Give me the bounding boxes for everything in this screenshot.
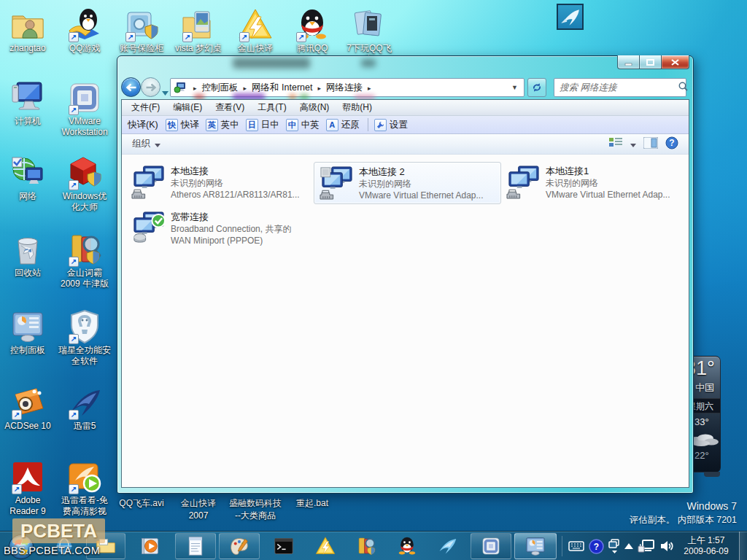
help-button[interactable]: ? (665, 136, 678, 152)
menu-item-1[interactable]: 文件(F) (125, 101, 166, 114)
desktop-icon-17[interactable]: ↗迅雷5 (55, 385, 114, 432)
desktop-icon-10[interactable]: 网络 (0, 155, 57, 202)
covered-desktop-icon-label[interactable]: 金山快译 2007 (169, 497, 228, 522)
breadcrumb-separator: ▸ (239, 85, 252, 92)
breadcrumb-item-1[interactable]: 控制面板 (202, 82, 239, 93)
desktop-icon-14[interactable]: 控制面板 (0, 309, 57, 356)
preview-pane-button[interactable] (643, 137, 658, 151)
network-connection-item-4[interactable]: 宽带连接Broadband Connection, 共享的WAN Minipor… (126, 208, 314, 250)
desktop-icon-11[interactable]: ↗Windows优 化大师 (55, 155, 114, 213)
taskbar-button-wmp[interactable] (130, 533, 171, 559)
desktop-icon-2[interactable]: ↗QQ游戏 (55, 7, 114, 54)
kingsoft-button-2[interactable]: 英英中 (206, 119, 239, 131)
search-input[interactable] (554, 82, 678, 93)
taskbar-clock[interactable]: 上午 1:57 2009-06-09 (680, 535, 732, 557)
maximize-button[interactable] (640, 55, 662, 69)
address-bar[interactable]: ▸控制面板▸网络和 Internet▸网络连接▸ ▼ (170, 78, 525, 97)
input-method-icon[interactable] (568, 541, 584, 551)
desktop-icon-6[interactable]: ↗腾讯QQ (283, 7, 341, 54)
desktop-icon-8[interactable]: 计算机 (0, 80, 57, 127)
network-connection-item-1[interactable]: 本地连接未识别的网络Atheros AR8121/AR8113/AR81... (126, 162, 314, 204)
desktop-icon-label: 腾讯QQ (283, 43, 341, 54)
desktop-icon-9[interactable]: ↗VMware Workstation (55, 80, 114, 138)
chevron-down-icon (155, 139, 160, 149)
ciba-icon: ↗ (67, 232, 102, 267)
menu-item-3[interactable]: 查看(V) (209, 101, 251, 114)
desktop-icon-13[interactable]: ↗金山词霸 2009 牛津版 (55, 232, 114, 289)
kingsoft-menu[interactable]: 快译(K) (122, 119, 166, 131)
desktop-icon-label: VMware Workstation (55, 116, 114, 138)
vistafolder-icon: ↗ (181, 7, 216, 42)
menu-item-5[interactable]: 高级(N) (293, 101, 336, 114)
kingsoft-button-4[interactable]: 中中英 (286, 119, 320, 131)
taskbar-button-cpanel[interactable] (514, 533, 557, 559)
taskbar-button-ciba[interactable] (348, 533, 384, 559)
forward-button[interactable] (141, 77, 160, 97)
desktop-icon-1[interactable]: zhangtao (0, 7, 57, 54)
taskbar-button-thunder[interactable] (429, 533, 465, 559)
connection-device: VMware Virtual Ethernet Adap... (359, 190, 484, 201)
covered-desktop-icon-label[interactable]: 重起.bat (282, 497, 342, 510)
volume-icon[interactable] (659, 540, 674, 553)
desktop-icon-label: 账号保险柜 (112, 43, 171, 54)
kingsoft-button-3[interactable]: 日日中 (246, 119, 279, 131)
taskbar-button-vmware[interactable] (471, 533, 511, 559)
back-button[interactable] (121, 77, 141, 97)
network-tray-icon[interactable] (638, 539, 655, 553)
desktop-icon-3[interactable]: ↗账号保险柜 (112, 7, 171, 54)
taskbar-button-paint[interactable] (219, 533, 260, 559)
taskbar-button-qq[interactable] (389, 533, 425, 559)
taskbar-button-fastait[interactable] (307, 533, 344, 559)
search-icon[interactable] (678, 81, 693, 94)
recent-pages-dropdown[interactable] (162, 85, 169, 98)
breadcrumb-item-3[interactable]: 网络连接 (326, 82, 363, 93)
network-connection-item-3[interactable]: 本地连接1未识别的网络VMware Virtual Ethernet Adap.… (501, 162, 689, 204)
desktop-icon-16[interactable]: ↗ACDSee 10 (0, 385, 57, 432)
minimize-button[interactable] (617, 55, 640, 69)
clock-time: 上午 1:57 (680, 535, 732, 546)
views-dropdown-icon[interactable] (630, 139, 636, 149)
kingsoft-settings-button[interactable]: 设置 (374, 119, 408, 131)
views-button[interactable] (608, 136, 623, 152)
kingsoft-help-icon[interactable]: ? (589, 539, 604, 554)
desktop-icon-15[interactable]: ↗瑞星全功能安 全软件 (55, 309, 114, 367)
refresh-button[interactable] (527, 78, 546, 97)
qqgame-icon: ↗ (67, 7, 102, 42)
userfolder-icon (10, 7, 45, 42)
language-bar-icon[interactable] (608, 539, 620, 553)
gadget-region: 中国 (695, 381, 714, 394)
show-desktop-button[interactable] (739, 532, 747, 560)
menu-item-2[interactable]: 编辑(E) (166, 101, 209, 114)
desktop-icon-12[interactable]: 回收站 (0, 232, 57, 279)
kingsoft-button-1[interactable]: 快快译 (166, 119, 199, 131)
desktop-icon-18[interactable]: ↗Adobe Reader 9 (0, 459, 57, 517)
desktop-icon-19[interactable]: ↗迅雷看看-免 费高清影视 (55, 459, 114, 517)
show-hidden-icons-button[interactable] (624, 543, 633, 549)
shortcut-arrow-icon: ↗ (69, 410, 79, 420)
menu-item-4[interactable]: 工具(T) (251, 101, 293, 114)
network-icon (10, 155, 45, 190)
desktop-icon-label: 金山快译 (226, 43, 285, 54)
shortcut-arrow-icon: ↗ (69, 484, 79, 494)
covered-desktop-icon-label[interactable]: QQ飞车.avi (112, 497, 171, 510)
kingsoft-button-5[interactable]: A还原 (326, 119, 360, 131)
address-dropdown-icon[interactable]: ▼ (511, 84, 524, 91)
censored-title-smudge (361, 59, 376, 67)
breadcrumb-separator: ▸ (312, 85, 326, 92)
folder-content: 本地连接未识别的网络Atheros AR8121/AR8113/AR81...本… (122, 155, 689, 485)
taskbar-button-notepad[interactable] (175, 533, 216, 559)
organize-button[interactable]: 组织 (125, 136, 168, 152)
desktop-icon-4[interactable]: ↗vista 梦幻桌 (169, 7, 228, 54)
network-connection-item-2[interactable]: 本地连接 2未识别的网络VMware Virtual Ethernet Adap… (314, 162, 501, 204)
desktop-icon-label: Windows优 化大师 (55, 191, 114, 213)
breadcrumb-item-2[interactable]: 网络和 Internet (252, 82, 312, 93)
close-button[interactable] (662, 55, 689, 69)
network-connection-icon (320, 166, 354, 201)
desktop-icon-label: 迅雷5 (55, 421, 114, 432)
covered-desktop-icon-label[interactable]: 盛融数码科技 --大类商品 (225, 497, 285, 522)
build-line1: Windows 7 (630, 500, 737, 512)
desktop-icon-5[interactable]: ↗金山快译 (226, 7, 285, 54)
taskbar-button-cmd[interactable] (266, 533, 302, 559)
menu-item-6[interactable]: 帮助(H) (336, 101, 379, 114)
adobe-icon: ↗ (10, 459, 45, 494)
